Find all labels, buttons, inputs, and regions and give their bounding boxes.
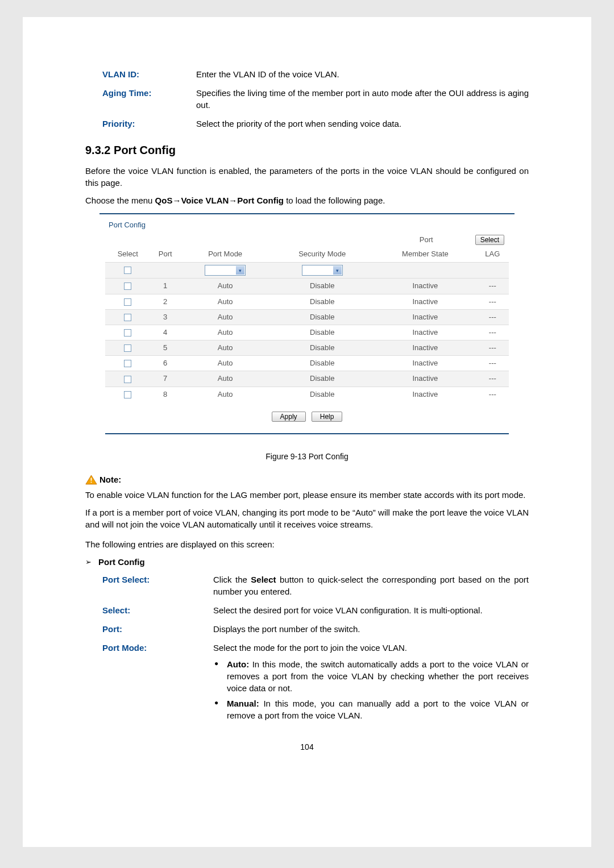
port-table: Select Port Port Mode Security Mode Memb… (105, 247, 509, 401)
cell-security: Disable (270, 309, 374, 325)
pc-portselect-value: Click the Select button to quick-select … (213, 574, 529, 597)
securitymode-dropdown[interactable]: ▾ (302, 265, 343, 276)
cell-mode: Auto (180, 325, 270, 340)
select-button[interactable]: Select (475, 235, 504, 245)
cell-state: Inactive (374, 340, 476, 356)
cell-security: Disable (270, 371, 374, 387)
pc-auto-bold: Auto: (227, 659, 249, 669)
pc-auto-text: In this mode, the switch automatically a… (227, 659, 529, 693)
cell-mode: Auto (180, 340, 270, 356)
section-heading: 9.3.2 Port Config (85, 142, 529, 158)
warning-icon (85, 475, 97, 485)
cell-port: 1 (151, 279, 180, 294)
menu-bold: QoS→Voice VLAN→Port Config (155, 196, 284, 205)
pc-port-value: Displays the port number of the switch. (213, 623, 529, 635)
pc-portmode-manual: Manual: In this mode, you can manually a… (213, 697, 529, 721)
pc-portmode-label: Port Mode: (102, 642, 213, 725)
cell-lag: --- (476, 371, 509, 387)
pc-select-label: Select: (102, 604, 213, 616)
cell-mode: Auto (180, 294, 270, 309)
cell-security: Disable (270, 325, 374, 340)
def-priority-label: Priority: (85, 118, 196, 130)
menu-pre: Choose the menu (85, 196, 155, 205)
cell-lag: --- (476, 279, 509, 294)
pc-manual-bold: Manual: (227, 699, 259, 708)
cell-mode: Auto (180, 309, 270, 325)
def-agingtime-value: Specifies the living time of the member … (196, 87, 529, 111)
pc-portmode-intro: Select the mode for the port to join the… (213, 642, 529, 654)
row-checkbox[interactable] (124, 329, 131, 337)
row-checkbox[interactable] (124, 360, 131, 367)
col-memberstate: Member State (374, 247, 476, 262)
port-config-panel: Port Config Port Select Select Port Port… (99, 213, 515, 447)
menu-post: to load the following page. (284, 196, 385, 205)
pc-portselect-pre: Click the (213, 575, 251, 584)
section-intro: Before the voice VLAN function is enable… (85, 165, 529, 189)
help-button[interactable]: Help (312, 412, 343, 422)
def-priority-value: Select the priority of the port when sen… (196, 118, 529, 130)
cell-state: Inactive (374, 279, 476, 294)
cell-lag: --- (476, 387, 509, 402)
col-lag: LAG (476, 247, 509, 262)
note-paragraph-1: To enable voice VLAN function for the LA… (85, 489, 529, 501)
row-checkbox[interactable] (124, 314, 131, 321)
pc-portselect-label: Port Select: (102, 574, 213, 597)
cell-state: Inactive (374, 356, 476, 371)
cell-lag: --- (476, 294, 509, 309)
cell-mode: Auto (180, 356, 270, 371)
cell-state: Inactive (374, 325, 476, 340)
cell-port: 5 (151, 340, 180, 356)
svg-rect-1 (91, 477, 92, 480)
row-checkbox[interactable] (124, 376, 131, 383)
cell-port: 4 (151, 325, 180, 340)
chevron-down-icon: ▾ (333, 266, 342, 275)
panel-title: Port Config (105, 220, 509, 230)
row-checkbox[interactable] (124, 283, 131, 290)
cell-port: 8 (151, 387, 180, 402)
note-heading: Note: (99, 474, 121, 485)
select-all-checkbox[interactable] (124, 267, 131, 274)
col-port: Port (151, 247, 180, 262)
cell-lag: --- (476, 309, 509, 325)
row-checkbox[interactable] (124, 391, 131, 398)
page-number: 104 (85, 742, 529, 753)
cell-state: Inactive (374, 309, 476, 325)
pc-select-value: Select the desired port for voice VLAN c… (213, 604, 529, 616)
cell-mode: Auto (180, 371, 270, 387)
portmode-dropdown[interactable]: ▾ (205, 265, 246, 276)
cell-security: Disable (270, 356, 374, 371)
row-checkbox[interactable] (124, 298, 131, 306)
cell-lag: --- (476, 356, 509, 371)
arrow-icon: ➢ (85, 557, 92, 567)
cell-security: Disable (270, 340, 374, 356)
cell-lag: --- (476, 340, 509, 356)
note-paragraph-2: If a port is a member port of voice VLAN… (85, 506, 529, 530)
def-agingtime-label: Aging Time: (85, 87, 196, 111)
cell-lag: --- (476, 325, 509, 340)
col-portmode: Port Mode (180, 247, 270, 262)
port-config-subheading: Port Config (98, 556, 145, 568)
svg-rect-2 (91, 481, 92, 483)
pc-port-label: Port: (102, 623, 213, 635)
apply-button[interactable]: Apply (272, 412, 306, 422)
cell-port: 2 (151, 294, 180, 309)
menu-path-line: Choose the menu QoS→Voice VLAN→Port Conf… (85, 194, 529, 206)
col-select: Select (105, 247, 151, 262)
col-securitymode: Security Mode (270, 247, 374, 262)
def-vlanid-value: Enter the VLAN ID of the voice VLAN. (196, 68, 529, 80)
cell-security: Disable (270, 294, 374, 309)
cell-state: Inactive (374, 387, 476, 402)
cell-state: Inactive (374, 294, 476, 309)
cell-security: Disable (270, 279, 374, 294)
cell-mode: Auto (180, 279, 270, 294)
figure-caption: Figure 9-13 Port Config (85, 451, 529, 463)
cell-port: 3 (151, 309, 180, 325)
cell-security: Disable (270, 387, 374, 402)
pc-manual-text: In this mode, you can manually add a por… (227, 699, 529, 720)
pc-portselect-bold: Select (251, 575, 276, 584)
row-checkbox[interactable] (124, 344, 131, 352)
chevron-down-icon: ▾ (236, 266, 244, 275)
cell-port: 7 (151, 371, 180, 387)
pc-portmode-auto: Auto: In this mode, the switch automatic… (213, 658, 529, 694)
entries-intro: The following entries are displayed on t… (85, 538, 529, 550)
